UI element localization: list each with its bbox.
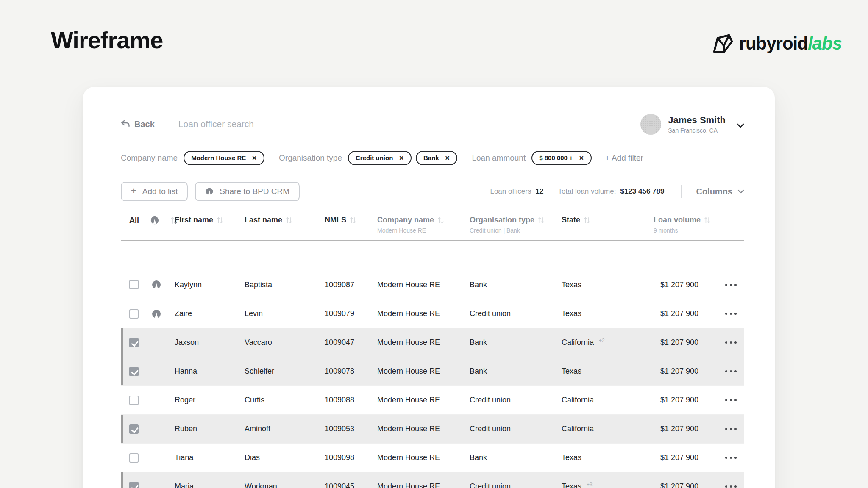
total-loan-volume-value: $123 456 789 [620,187,664,196]
cell-loan-volume: $1 207 900 [654,309,698,318]
header-company-name: Company name [377,216,434,225]
row-checkbox[interactable] [129,338,139,347]
header-organisation-type: Organisation type [470,216,534,225]
chip-label: Credit union [356,154,393,161]
actions-row: + Add to list Share to BPD CRM Loan offi… [121,182,744,201]
filter-label-organisation-type: Organisation type [279,153,342,163]
sort-icon[interactable] [584,216,590,224]
row-checkbox[interactable] [129,280,139,289]
row-checkbox[interactable] [129,453,139,463]
chevron-down-icon [737,189,744,194]
row-menu-button[interactable] [698,428,744,430]
cell-company-name: Modern House RE [377,482,470,488]
filter-chip-800000-plus[interactable]: $ 800 000 + ✕ [531,151,591,165]
sort-icon[interactable] [217,216,223,224]
row-menu-button[interactable] [698,341,744,344]
add-to-list-button[interactable]: + Add to list [121,182,188,201]
filter-bar: Company name Modern House RE ✕ Organisat… [121,150,744,166]
cell-loan-volume: $1 207 900 [654,396,698,405]
bpd-crm-logo-icon [205,187,214,196]
row-checkbox[interactable] [129,309,139,319]
row-menu-button[interactable] [698,313,744,315]
cell-nmls: 1009098 [325,453,377,462]
cell-last-name: Vaccaro [245,338,325,347]
table-row[interactable]: Jaxson Vaccaro 1009047 Modern House RE B… [121,328,744,357]
user-profile[interactable]: James Smith San Francisco, CA [640,114,744,135]
table-header-row: All First name [121,216,744,234]
row-checkbox[interactable] [129,396,139,405]
table-row[interactable]: Tiana Dias 1009098 Modern House RE Bank … [121,443,744,472]
close-icon[interactable]: ✕ [252,155,257,161]
filter-chip-modern-house-re[interactable]: Modern House RE ✕ [184,151,264,165]
row-menu-button[interactable] [698,399,744,401]
cell-organisation-type: Bank [470,338,562,347]
table-spacer [121,241,744,270]
cell-last-name: Baptista [245,280,325,289]
chevron-down-icon[interactable] [737,123,744,128]
header-all[interactable]: All [129,216,139,225]
header-organisation-filter-value: Credit union | Bank [470,227,562,234]
cell-company-name: Modern House RE [377,280,470,289]
table-row[interactable]: Kaylynn Baptista 1009087 Modern House RE… [121,270,744,299]
page-title: Wireframe [51,26,163,54]
table-row[interactable]: Hanna Schleifer 1009078 Modern House RE … [121,357,744,385]
row-menu-button[interactable] [698,485,744,488]
cell-company-name: Modern House RE [377,338,470,347]
cell-state: Texas [562,367,581,376]
sort-icon[interactable] [704,216,711,224]
row-menu-button[interactable] [698,457,744,459]
table-row[interactable]: Roger Curtis 1009088 Modern House RE Cre… [121,385,744,414]
sort-icon[interactable] [437,216,444,224]
filter-chip-bank[interactable]: Bank ✕ [416,151,457,165]
rubyroidlabs-logo-icon [712,33,734,54]
columns-button[interactable]: Columns [696,187,744,197]
row-menu-button[interactable] [698,284,744,286]
close-icon[interactable]: ✕ [399,155,404,161]
cell-last-name: Aminoff [245,424,325,433]
header-loan-volume: Loan volume [654,216,701,225]
source-logo-icon [151,309,161,319]
cell-state: California [562,338,594,347]
cell-nmls: 1009078 [325,367,377,376]
brand-wordmark-black: rubyroid [739,33,808,53]
cell-first-name: Roger [175,396,245,405]
back-button[interactable]: Back [121,119,155,129]
header-first-name: First name [175,216,213,225]
loan-officers-table: All First name [121,216,744,488]
cell-loan-volume: $1 207 900 [654,367,698,376]
row-checkbox[interactable] [129,482,139,488]
share-to-bpd-crm-button[interactable]: Share to BPD CRM [195,182,300,201]
brand-wordmark-green: labs [808,33,842,53]
table-row[interactable]: Zaire Levin 1009079 Modern House RE Cred… [121,299,744,328]
state-extra-badge: +3 [587,482,593,488]
table-row[interactable]: Maria Workman 1009045 Modern House RE Cr… [121,472,744,488]
header-state: State [562,216,580,225]
cell-last-name: Schleifer [245,367,325,376]
table-row[interactable]: Ruben Aminoff 1009053 Modern House RE Cr… [121,414,744,443]
row-checkbox[interactable] [129,367,139,376]
result-stats: Loan officers 12 Total loan volume: $123… [490,185,744,198]
profile-name: James Smith [668,115,726,126]
cell-first-name: Ruben [175,424,245,433]
header-loan-volume-period: 9 months [654,227,698,234]
cell-organisation-type: Bank [470,280,562,289]
cell-first-name: Tiana [175,453,245,462]
card-topbar: Back Loan officer search James Smith San… [121,114,744,134]
cell-loan-volume: $1 207 900 [654,338,698,347]
cell-first-name: Jaxson [175,338,245,347]
cell-first-name: Maria [175,482,245,488]
table-body: Kaylynn Baptista 1009087 Modern House RE… [121,270,744,488]
add-to-list-label: Add to list [142,187,178,196]
filter-chip-credit-union[interactable]: Credit union ✕ [348,151,412,165]
close-icon[interactable]: ✕ [579,155,584,161]
sort-icon[interactable] [350,216,356,224]
brand-wordmark: rubyroidlabs [739,33,842,54]
row-checkbox[interactable] [129,424,139,434]
row-menu-button[interactable] [698,370,744,372]
cell-state: Texas [562,280,581,289]
sort-icon[interactable] [538,216,545,224]
add-filter-button[interactable]: + Add filter [605,153,643,163]
cell-state: California [562,396,594,405]
sort-icon[interactable] [286,216,292,224]
close-icon[interactable]: ✕ [445,155,450,161]
